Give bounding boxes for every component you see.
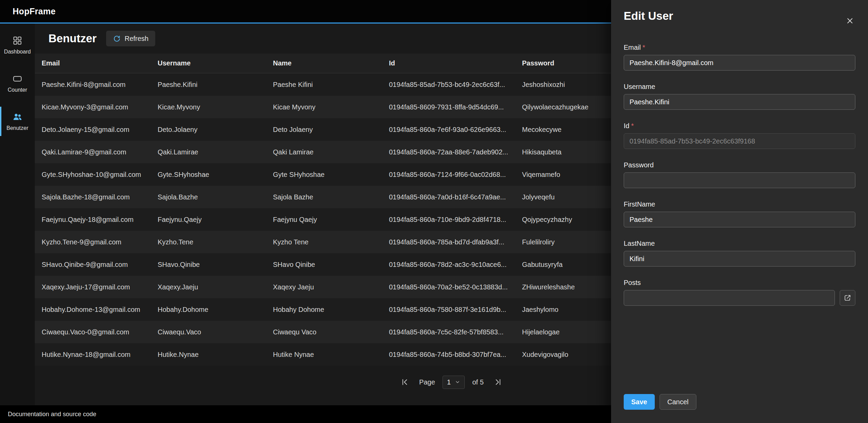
grid-icon — [12, 35, 23, 46]
column-header-username[interactable]: Username — [158, 59, 273, 67]
last-page-button[interactable] — [491, 375, 505, 389]
cell-id: 0194fa85-860a-785a-bd7d-dfab9a3f... — [389, 238, 522, 246]
column-header-name[interactable]: Name — [273, 59, 389, 67]
cell-id: 0194fa85-860a-7a0d-b16f-6c47a9ae... — [389, 193, 522, 201]
cell-name: Hutike Nynae — [273, 351, 389, 359]
total-pages: 5 — [480, 378, 483, 386]
go-to-first-page-icon — [400, 378, 409, 387]
column-header-email[interactable]: Email — [42, 59, 158, 67]
cell-username: SHavo.Qinibe — [158, 261, 273, 269]
page-number-select[interactable]: 1 — [443, 376, 465, 389]
field-email: Email* — [624, 44, 855, 71]
password-field[interactable] — [624, 172, 855, 188]
counter-icon — [12, 74, 23, 84]
open-posts-button[interactable] — [840, 290, 855, 306]
chevron-down-icon — [455, 379, 460, 385]
refresh-button[interactable]: Refresh — [106, 31, 155, 46]
sidebar-item-benutzer[interactable]: Benutzer — [0, 107, 35, 136]
edit-user-panel: Edit User Email* Username Id* Password F… — [611, 0, 868, 423]
posts-label: Posts — [624, 279, 641, 286]
cell-name: Kyzho Tene — [273, 238, 389, 246]
cell-name: SHavo Qinibe — [273, 261, 389, 269]
save-button[interactable]: Save — [624, 394, 655, 410]
cell-id: 0194fa85-860a-72aa-88e6-7adeb902... — [389, 148, 522, 156]
cell-username: Hobahy.Dohome — [158, 306, 273, 314]
cell-id: 0194fa85-85ad-7b53-bc49-2ec6c63f... — [389, 81, 522, 89]
close-button[interactable] — [843, 14, 857, 28]
cell-name: Faejynu Qaejy — [273, 216, 389, 224]
cell-name: Deto Jolaeny — [273, 126, 389, 134]
people-icon — [12, 112, 23, 122]
posts-field[interactable] — [624, 290, 835, 306]
cell-id: 0194fa85-860a-7124-9f66-0ac02d68... — [389, 171, 522, 179]
sidebar-item-dashboard[interactable]: Dashboard — [0, 30, 35, 60]
sidebar-item-label: Dashboard — [4, 49, 31, 55]
field-firstname: FirstName — [624, 200, 855, 227]
cell-email: Ciwaequ.Vaco-0@gmail.com — [42, 328, 158, 336]
cell-email: Faejynu.Qaejy-18@gmail.com — [42, 216, 158, 224]
sidebar-item-label: Counter — [8, 87, 27, 93]
external-link-icon — [843, 294, 852, 302]
firstname-field[interactable] — [624, 212, 855, 227]
cell-name: Kicae Myvony — [273, 103, 389, 111]
cell-email: Kyzho.Tene-9@gmail.com — [42, 238, 158, 246]
cell-id: 0194fa85-860a-7580-887f-3e161d9b... — [389, 306, 522, 314]
cell-username: Xaqexy.Jaeju — [158, 283, 273, 291]
close-icon — [845, 16, 854, 25]
first-page-button[interactable] — [398, 375, 411, 389]
cell-email: Qaki.Lamirae-9@gmail.com — [42, 148, 158, 156]
required-asterisk: * — [642, 44, 645, 51]
sidebar: Dashboard Counter Benutzer — [0, 24, 35, 405]
lastname-label: LastName — [624, 240, 655, 247]
cell-id: 0194fa85-860a-7c5c-82fe-57bf8583... — [389, 328, 522, 336]
app-title: HopFrame — [13, 6, 56, 16]
cell-email: Paeshe.Kifini-8@gmail.com — [42, 81, 158, 89]
id-label: Id — [624, 122, 630, 130]
cell-username: Qaki.Lamirae — [158, 148, 273, 156]
cell-email: SHavo.Qinibe-9@gmail.com — [42, 261, 158, 269]
cell-name: Xaqexy Jaeju — [273, 283, 389, 291]
cell-name: Ciwaequ Vaco — [273, 328, 389, 336]
cell-id: 0194fa85-860a-710e-9bd9-2d8f4718... — [389, 216, 522, 224]
cell-email: Sajola.Bazhe-18@gmail.com — [42, 193, 158, 201]
column-header-id[interactable]: Id — [389, 59, 522, 67]
current-page: 1 — [447, 378, 451, 386]
id-field — [624, 133, 855, 149]
cell-username: Kyzho.Tene — [158, 238, 273, 246]
cell-username: Paeshe.Kifini — [158, 81, 273, 89]
panel-actions: Save Cancel — [624, 394, 696, 410]
cell-id: 0194fa85-860a-74b5-b8bd-307bf7ea... — [389, 351, 522, 359]
cell-username: Gyte.SHyhoshae — [158, 171, 273, 179]
cell-username: Hutike.Nynae — [158, 351, 273, 359]
cell-name: Hobahy Dohome — [273, 306, 389, 314]
username-field[interactable] — [624, 94, 855, 110]
cell-email: Deto.Jolaeny-15@gmail.com — [42, 126, 158, 134]
firstname-label: FirstName — [624, 200, 655, 208]
username-label: Username — [624, 83, 655, 90]
cell-username: Ciwaequ.Vaco — [158, 328, 273, 336]
required-asterisk: * — [631, 122, 634, 130]
cell-email: Hobahy.Dohome-13@gmail.com — [42, 306, 158, 314]
password-label: Password — [624, 161, 654, 169]
cell-id: 0194fa85-8609-7931-8ffa-9d54dc69... — [389, 103, 522, 111]
field-lastname: LastName — [624, 240, 855, 267]
cell-username: Kicae.Myvony — [158, 103, 273, 111]
app-window: HopFrame Dashboard Counter — [0, 0, 868, 423]
lastname-field[interactable] — [624, 251, 855, 267]
cell-name: Sajola Bazhe — [273, 193, 389, 201]
cell-email: Xaqexy.Jaeju-17@gmail.com — [42, 283, 158, 291]
sidebar-item-counter[interactable]: Counter — [0, 69, 35, 98]
field-posts: Posts — [624, 279, 855, 306]
cell-username: Faejynu.Qaejy — [158, 216, 273, 224]
cell-username: Deto.Jolaeny — [158, 126, 273, 134]
sidebar-item-label: Benutzer — [6, 125, 28, 131]
email-label: Email — [624, 44, 641, 51]
email-field[interactable] — [624, 55, 855, 71]
cell-id: 0194fa85-860a-7e6f-93a0-626e9663... — [389, 126, 522, 134]
footer-link[interactable]: Documentation and source code — [8, 411, 96, 418]
cell-username: Sajola.Bazhe — [158, 193, 273, 201]
cancel-button[interactable]: Cancel — [660, 394, 696, 410]
of-total-pages: of 5 — [472, 378, 483, 386]
cell-email: Hutike.Nynae-18@gmail.com — [42, 351, 158, 359]
cell-email: Kicae.Myvony-3@gmail.com — [42, 103, 158, 111]
